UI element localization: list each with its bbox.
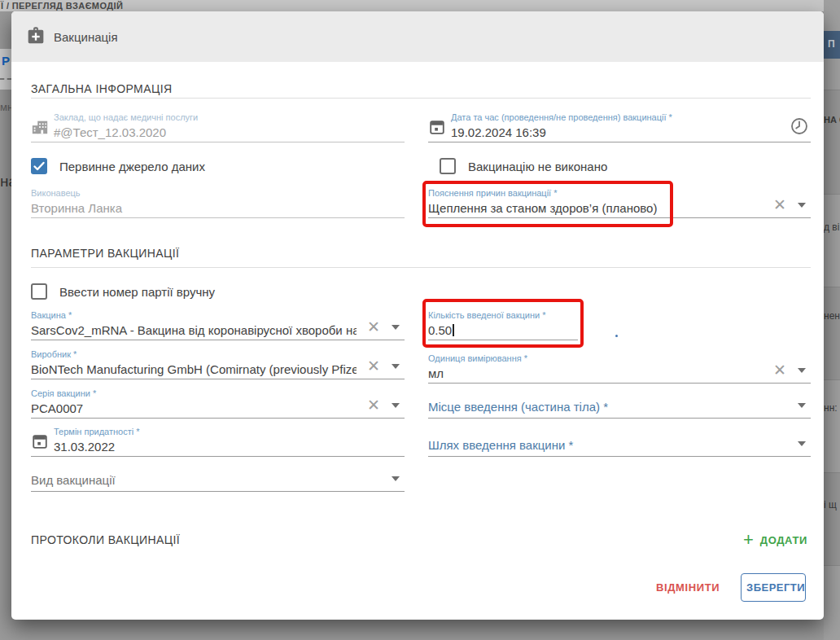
vaccine-series-field[interactable]: Серія вакцини * PCA0007 ✕ — [31, 388, 405, 419]
field-value: 31.03.2022 — [54, 440, 115, 454]
background-cell-fragment: і щ — [824, 499, 840, 511]
calendar-icon — [428, 118, 446, 136]
vaccination-datetime-field[interactable]: Дата та час (проведення/не проведення) в… — [428, 112, 811, 142]
section-title-params: ПАРАМЕТРИ ВАКЦИНАЦІЇ — [31, 247, 179, 260]
section-title-general: ЗАГАЛЬНА ІНФОРМАЦІЯ — [31, 82, 172, 95]
select-placeholder: Вид вакцинації — [31, 473, 116, 487]
background-row-separator — [824, 194, 840, 195]
field-value: 19.02.2024 16:39 — [451, 125, 546, 139]
quantity-field[interactable]: Кількість введеної вакцини * 0.50 — [428, 309, 578, 340]
checkbox-label: Вакцинацію не виконано — [468, 160, 607, 173]
breadcrumb: Ї / ПЕРЕГЛЯД ВЗАЄМОДІЙ — [1, 1, 123, 11]
vaccine-field[interactable]: Вакцина * SarsCov2_mRNA - Вакцина від ко… — [31, 309, 405, 340]
checkbox-unchecked-icon[interactable] — [440, 158, 456, 174]
field-value: Щеплення за станом здоров’я (планово) — [428, 201, 657, 215]
field-value: мл — [428, 366, 444, 380]
facility-field[interactable]: Заклад, що надає медичні послуги #@Тест_… — [31, 112, 405, 142]
field-underline — [428, 142, 811, 142]
field-label: Серія вакцини * — [31, 388, 96, 398]
body-site-select[interactable]: Місце введення (частина тіла) * — [428, 388, 811, 419]
field-value: PCA0007 — [31, 401, 83, 415]
section-title-protocols: ПРОТОКОЛИ ВАКЦИНАЦІЇ — [31, 533, 180, 546]
divider — [31, 267, 811, 268]
background-tab-fragment: Р — [2, 54, 10, 68]
not-performed-checkbox[interactable]: Вакцинацію не виконано — [440, 158, 607, 174]
background-cell-fragment: д ві — [824, 221, 840, 233]
field-underline — [428, 456, 811, 457]
background-row — [824, 472, 840, 565]
background-dashed-line — [0, 78, 11, 80]
field-underline — [428, 418, 811, 419]
vaccination-kind-select[interactable]: Вид вакцинації — [31, 461, 405, 492]
cancel-button[interactable]: ВІДМІНИТИ — [656, 581, 720, 594]
background-cell-fragment: НА С — [824, 115, 840, 125]
background-row-separator — [824, 379, 840, 380]
divider — [31, 98, 811, 99]
checkbox-checked-icon[interactable] — [31, 158, 47, 174]
vaccination-modal: Вакцинація ЗАГАЛЬНА ІНФОРМАЦІЯ Заклад, щ… — [11, 11, 824, 620]
route-select[interactable]: Шлях введення вакцини * — [428, 426, 811, 457]
field-value: 0.50 — [428, 323, 454, 337]
background-cell-fragment: нн: — [824, 402, 840, 414]
field-label: Дата та час (проведення/не проведення) в… — [451, 112, 672, 122]
checkbox-unchecked-icon[interactable] — [31, 283, 47, 300]
background-row-separator — [824, 472, 840, 473]
field-underline — [31, 456, 405, 457]
medkit-icon — [24, 25, 47, 48]
chevron-down-icon[interactable] — [798, 203, 806, 208]
clear-icon[interactable]: ✕ — [773, 362, 786, 378]
field-value: Вторинна Ланка — [31, 201, 122, 215]
vaccination-reason-field[interactable]: Пояснення причин вакцинації * Щеплення з… — [428, 187, 811, 218]
field-label: Термін придатності * — [54, 427, 140, 436]
manual-batch-checkbox[interactable]: Ввести номер партії вручну — [31, 283, 215, 300]
field-label: Пояснення причин вакцинації * — [428, 188, 558, 198]
checkbox-label: Ввести номер партії вручну — [59, 285, 215, 299]
chevron-down-icon[interactable] — [392, 364, 400, 369]
add-protocol-button[interactable]: + ДОДАТИ — [743, 533, 807, 547]
background-row — [824, 287, 840, 379]
field-value: #@Тест_12.03.2020 — [54, 125, 166, 139]
field-underline — [31, 142, 405, 142]
clear-icon[interactable]: ✕ — [367, 397, 380, 413]
background-row-separator — [824, 565, 840, 566]
field-underline — [428, 383, 811, 384]
background-header-strip — [0, 0, 840, 11]
field-label: Одиниця вимірювання * — [428, 353, 527, 363]
background-cell-fragment: нен — [824, 310, 840, 322]
field-label: Заклад, що надає медичні послуги — [54, 112, 198, 122]
chevron-down-icon[interactable] — [798, 441, 806, 446]
chevron-down-icon[interactable] — [392, 403, 400, 408]
chevron-down-icon[interactable] — [798, 368, 806, 373]
field-underline — [428, 217, 811, 218]
expiry-date-field[interactable]: Термін придатності * 31.03.2022 — [31, 426, 405, 457]
background-row-separator — [824, 287, 840, 287]
field-underline — [428, 340, 578, 340]
select-placeholder: Місце введення (частина тіла) * — [428, 400, 608, 414]
background-button-fragment: П — [824, 31, 840, 59]
field-label: Виробник * — [31, 349, 77, 359]
save-button[interactable]: ЗБЕРЕГТИ — [741, 573, 806, 602]
calendar-icon — [31, 432, 49, 450]
manufacturer-field[interactable]: Виробник * BioNTech Manufacturing GmbH (… — [31, 348, 405, 379]
chevron-down-icon[interactable] — [392, 476, 400, 481]
primary-source-checkbox[interactable]: Первинне джерело даних — [31, 158, 205, 174]
clear-icon[interactable]: ✕ — [367, 319, 380, 335]
field-label: Вакцина * — [31, 310, 72, 320]
chevron-down-icon[interactable] — [392, 325, 400, 330]
field-underline — [31, 217, 405, 218]
background-row — [824, 90, 840, 194]
field-label: Кількість введеної вакцини * — [428, 310, 546, 320]
clear-icon[interactable]: ✕ — [773, 197, 786, 213]
field-underline — [31, 379, 405, 379]
clear-icon[interactable]: ✕ — [367, 358, 380, 374]
select-placeholder: Шлях введення вакцини * — [428, 438, 573, 452]
underline-dot-fragment — [615, 335, 618, 337]
chevron-down-icon[interactable] — [798, 403, 806, 408]
screen: Ї / ПЕРЕГЛЯД ВЗАЄМОДІЙ Р мн на П НА С д … — [0, 0, 840, 640]
performer-field[interactable]: Виконавець Вторинна Ланка — [31, 187, 405, 218]
modal-header: Вакцинація — [11, 11, 824, 62]
unit-field[interactable]: Одиниця вимірювання * мл ✕ — [428, 353, 811, 384]
field-underline — [31, 340, 405, 340]
field-underline — [31, 491, 405, 492]
clock-icon[interactable] — [790, 116, 809, 136]
